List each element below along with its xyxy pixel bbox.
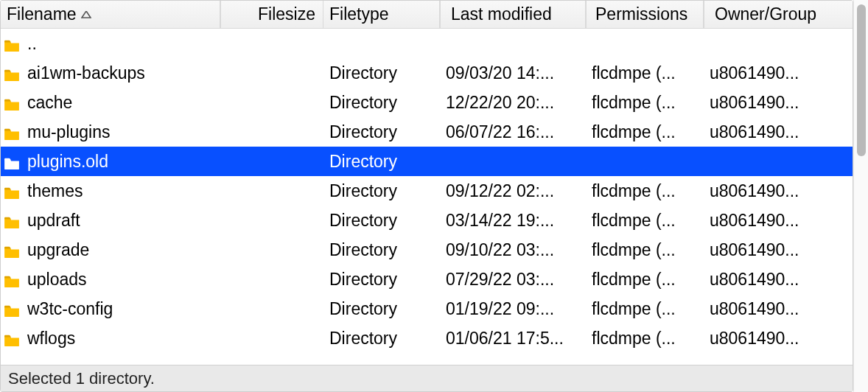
file-list[interactable]: ..ai1wm-backupsDirectory09/03/20 14:...f…	[1, 29, 853, 365]
cell-filesize	[220, 129, 323, 135]
header-filename-label: Filename	[7, 4, 77, 24]
file-row[interactable]: w3tc-configDirectory01/19/22 09:...flcdm…	[1, 294, 853, 323]
cell-filetype: Directory	[323, 119, 440, 145]
filename-text: wflogs	[27, 329, 75, 349]
cell-permissions: flcdmpe (...	[586, 326, 704, 351]
scrollbar-track[interactable]	[853, 0, 868, 392]
file-row[interactable]: cacheDirectory12/22/20 20:...flcdmpe (..…	[1, 88, 853, 117]
cell-modified: 09/10/22 03:...	[440, 237, 586, 263]
cell-filename: ..	[1, 31, 220, 57]
cell-filename: themes	[1, 178, 220, 204]
file-row[interactable]: ai1wm-backupsDirectory09/03/20 14:...flc…	[1, 58, 853, 88]
cell-filetype: Directory	[323, 296, 440, 322]
cell-owner	[704, 158, 853, 164]
cell-filesize	[220, 276, 323, 282]
column-headers: Filename Filesize Filetype Last modified…	[1, 1, 853, 29]
file-row[interactable]: themesDirectory09/12/22 02:...flcdmpe (.…	[1, 176, 853, 206]
cell-filename: plugins.old	[1, 149, 220, 175]
file-row[interactable]: plugins.oldDirectory	[1, 147, 853, 176]
header-permissions[interactable]: Permissions	[586, 0, 704, 29]
header-owner[interactable]: Owner/Group	[704, 0, 853, 29]
folder-icon	[4, 243, 20, 256]
cell-owner: u8061490...	[704, 267, 853, 293]
folder-icon	[4, 302, 20, 315]
cell-owner: u8061490...	[704, 119, 853, 145]
file-row[interactable]: uploadsDirectory07/29/22 03:...flcdmpe (…	[1, 265, 853, 294]
cell-permissions: flcdmpe (...	[586, 60, 704, 86]
cell-owner: u8061490...	[704, 296, 853, 322]
cell-owner: u8061490...	[704, 90, 853, 116]
cell-filesize	[220, 335, 323, 341]
cell-permissions: flcdmpe (...	[586, 237, 704, 263]
status-text: Selected 1 directory.	[8, 369, 155, 388]
folder-icon	[4, 37, 20, 50]
cell-modified	[440, 158, 586, 164]
folder-icon	[4, 125, 20, 139]
sort-ascending-icon	[81, 11, 91, 18]
cell-filename: mu-plugins	[1, 119, 220, 145]
header-filesize[interactable]: Filesize	[220, 0, 323, 29]
filename-text: ai1wm-backups	[27, 63, 145, 83]
cell-modified: 07/29/22 03:...	[440, 267, 586, 293]
cell-filesize	[220, 41, 323, 46]
header-filetype[interactable]: Filetype	[323, 0, 440, 29]
header-filesize-label: Filesize	[258, 4, 315, 24]
cell-filetype: Directory	[323, 178, 440, 204]
cell-filetype: Directory	[323, 326, 440, 351]
cell-owner: u8061490...	[704, 237, 853, 263]
cell-filename: wflogs	[1, 326, 220, 351]
folder-icon	[4, 184, 20, 197]
cell-modified: 09/03/20 14:...	[440, 60, 586, 86]
cell-filetype: Directory	[323, 267, 440, 293]
filename-text: w3tc-config	[27, 299, 113, 319]
cell-permissions: flcdmpe (...	[586, 296, 704, 322]
status-bar: Selected 1 directory.	[1, 365, 853, 391]
cell-modified: 09/12/22 02:...	[440, 178, 586, 204]
cell-filetype: Directory	[323, 149, 440, 175]
cell-filesize	[220, 70, 323, 76]
header-filename[interactable]: Filename	[1, 0, 220, 29]
cell-owner: u8061490...	[704, 326, 853, 351]
header-filetype-label: Filetype	[329, 4, 389, 24]
filename-text: uploads	[27, 270, 87, 290]
cell-modified: 03/14/22 19:...	[440, 208, 586, 234]
cell-permissions	[586, 41, 704, 46]
cell-permissions: flcdmpe (...	[586, 90, 704, 116]
cell-owner: u8061490...	[704, 178, 853, 204]
file-row[interactable]: wflogsDirectory01/06/21 17:5...flcdmpe (…	[1, 323, 853, 353]
cell-permissions: flcdmpe (...	[586, 267, 704, 293]
file-row[interactable]: mu-pluginsDirectory06/07/22 16:...flcdmp…	[1, 117, 853, 147]
parent-directory-row[interactable]: ..	[1, 29, 853, 58]
cell-filename: ai1wm-backups	[1, 60, 220, 86]
cell-modified: 01/06/21 17:5...	[440, 326, 586, 351]
cell-owner: u8061490...	[704, 60, 853, 86]
cell-permissions	[586, 158, 704, 164]
folder-icon	[4, 273, 20, 286]
file-row[interactable]: upgradeDirectory09/10/22 03:...flcdmpe (…	[1, 235, 853, 265]
cell-filename: upgrade	[1, 237, 220, 263]
cell-filename: updraft	[1, 208, 220, 234]
cell-filetype: Directory	[323, 90, 440, 116]
filename-text: updraft	[27, 211, 80, 231]
cell-filename: uploads	[1, 267, 220, 293]
header-owner-label: Owner/Group	[715, 4, 816, 24]
file-browser: Filename Filesize Filetype Last modified…	[0, 0, 868, 392]
filename-text: plugins.old	[27, 152, 108, 172]
filename-text: themes	[27, 181, 83, 201]
cell-modified: 01/19/22 09:...	[440, 296, 586, 322]
cell-filetype	[323, 41, 440, 46]
filename-text: ..	[27, 34, 37, 54]
folder-icon	[4, 332, 20, 345]
header-modified[interactable]: Last modified	[440, 0, 586, 29]
scrollbar-thumb[interactable]	[857, 4, 866, 156]
cell-modified	[440, 41, 586, 46]
header-permissions-label: Permissions	[595, 4, 687, 24]
cell-filesize	[220, 217, 323, 223]
cell-filesize	[220, 306, 323, 312]
folder-icon	[4, 214, 20, 227]
cell-filesize	[220, 247, 323, 253]
cell-permissions: flcdmpe (...	[586, 178, 704, 204]
file-row[interactable]: updraftDirectory03/14/22 19:...flcdmpe (…	[1, 206, 853, 235]
cell-filetype: Directory	[323, 237, 440, 263]
folder-icon	[4, 155, 20, 168]
